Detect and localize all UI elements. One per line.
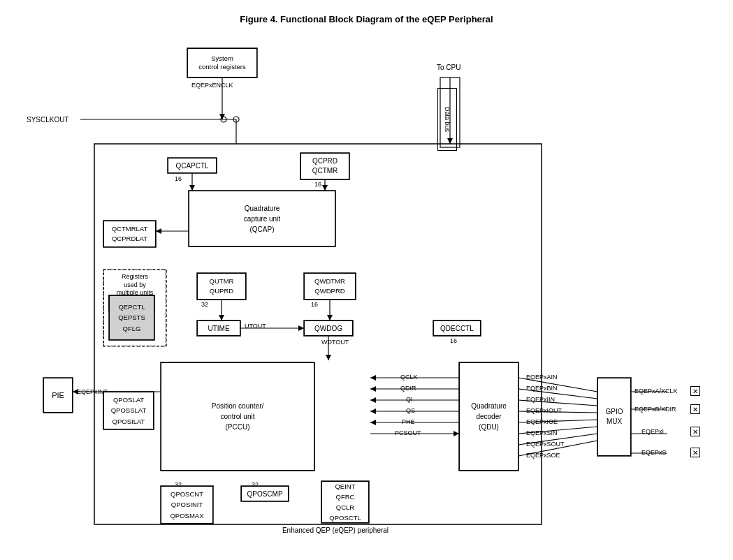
svg-marker-7	[219, 114, 225, 119]
eqepxs-label: EQEPxS	[641, 449, 667, 456]
eqepxbin-label: EQEPxBIN	[526, 385, 558, 392]
qcprd-qctmr-block: QCPRD QCTMR	[300, 153, 349, 179]
svg-marker-38	[327, 315, 333, 320]
xmark-2: ✕	[690, 404, 700, 414]
wdtout-label: WDTOUT	[321, 339, 349, 346]
eqepxiin-label: EQEPxIIN	[526, 396, 555, 403]
svg-marker-32	[322, 185, 328, 191]
qutmr-block: QUTMR QUPRD	[197, 273, 246, 300]
eqepxi-label: EQEPxI	[641, 428, 664, 435]
enhanced-label: Enhanced QEP (eQEP) peripheral	[231, 526, 440, 534]
svg-marker-52	[370, 386, 376, 392]
pie-block: PIE	[43, 378, 73, 413]
qeint-block: QEINT QFRC QCLR QPOSCTL	[321, 481, 369, 523]
num16-qcapctl: 16	[175, 175, 182, 182]
qposlat-block: QPOSLAT QPOSSLAT QPOSILAT	[103, 392, 154, 429]
pccu-block: Position counter/ control unit (PCCU)	[161, 362, 314, 471]
qs-label: QS	[406, 407, 415, 414]
qctmrlat-block: QCTMRLAT QCPRDLAT	[103, 221, 156, 247]
pcsout-label: PCSOUT	[395, 429, 421, 436]
gpio-mux-block: GPIO MUX	[597, 378, 631, 456]
system-control-block: System control registers	[187, 48, 257, 78]
figure-title: Figure 4. Functional Block Diagram of th…	[21, 14, 712, 24]
svg-marker-51	[370, 375, 376, 381]
utout-label: UTOUT	[245, 323, 266, 330]
svg-marker-36	[219, 315, 224, 320]
page-container: Figure 4. Functional Block Diagram of th…	[0, 0, 733, 560]
to-cpu-label: To CPU	[437, 64, 460, 71]
qwdtmr-block: QWDTMR QWDPRD	[304, 273, 356, 300]
num16-qcprd: 16	[314, 181, 321, 188]
eqepxsoe-label: EQEPxSOE	[526, 452, 560, 459]
qposcnt-block: QPOSCNT QPOSINIT QPOSMAX	[161, 486, 213, 524]
qwdog-block: QWDOG	[304, 320, 353, 336]
xmark-1: ✕	[690, 386, 700, 396]
svg-point-4	[221, 117, 226, 122]
diagram-area: System control registers SYSCLKOUT EQEPx…	[21, 36, 699, 552]
eqepxiout-label: EQEPxIOUT	[526, 407, 562, 414]
qdir-label: QDIR	[400, 385, 416, 392]
qdu-block: Quadrature decoder (QDU)	[459, 362, 518, 471]
phe-label: PHE	[402, 418, 415, 425]
svg-marker-54	[370, 408, 376, 414]
svg-marker-56	[453, 431, 459, 436]
qepctl-block: QEPCTL QEPSTS QFLG	[109, 295, 154, 340]
svg-marker-55	[370, 420, 376, 425]
svg-marker-53	[370, 397, 376, 403]
eqepxb-xdir-label: EQEPxB/XDIR	[634, 406, 676, 413]
qdecctl-block: QDECCTL	[433, 320, 481, 336]
svg-marker-34	[156, 228, 161, 234]
num16-qwdtmr: 16	[311, 301, 318, 308]
num32-qutmr: 32	[201, 301, 208, 308]
sysclkout-label: SYSCLKOUT	[27, 116, 69, 124]
qposcmp-block: QPOSCMP	[241, 486, 289, 501]
eqepxain-label: EQEPxAIN	[526, 374, 558, 381]
svg-point-5	[233, 117, 239, 122]
utime-block: UTIME	[197, 320, 240, 336]
eqepxsin-label: EQEPxSIN	[526, 429, 558, 436]
eqepxa-xclk-label: EQEPxA/XCLK	[634, 388, 678, 395]
qcap-block: Quadrature capture unit (QCAP)	[189, 191, 335, 246]
xmark-3: ✕	[690, 427, 700, 436]
qcapctl-block: QCAPCTL	[168, 158, 217, 173]
eqepxenclk-label: EQEPxENCLK	[191, 82, 233, 89]
svg-marker-40	[298, 325, 304, 331]
num16-qdecctl: 16	[450, 337, 457, 344]
data-bus-label: Data bus	[437, 88, 457, 151]
eqepxioe-label: EQEPxIOE	[526, 418, 558, 425]
qi-label: QI	[406, 396, 413, 403]
svg-marker-30	[189, 185, 195, 191]
svg-marker-42	[326, 355, 331, 360]
qclk-label: QCLK	[400, 374, 418, 381]
xmark-4: ✕	[690, 448, 700, 457]
eqepxsout-label: EQEPxSOUT	[526, 441, 565, 448]
